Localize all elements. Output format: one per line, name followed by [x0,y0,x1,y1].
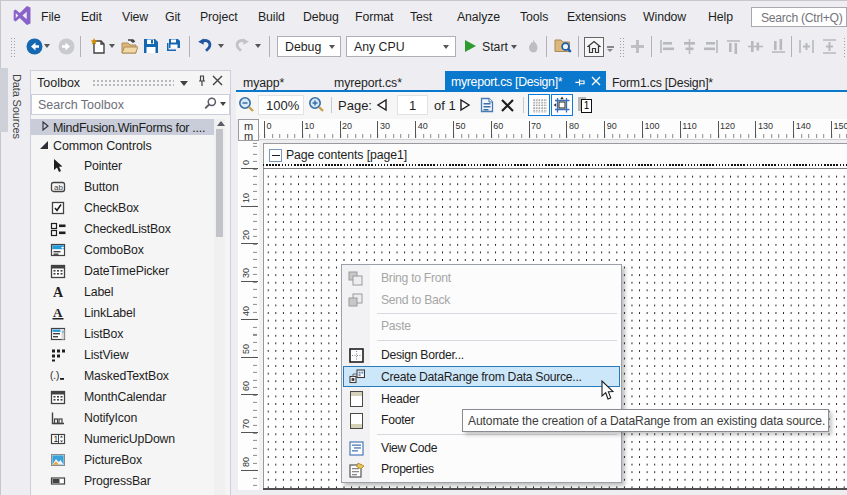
svg-text:(.): (.) [50,370,59,381]
svg-text:ab: ab [54,183,63,192]
svg-text:A: A [53,305,63,320]
svg-text:A: A [53,285,64,300]
svg-text:1: 1 [54,434,59,444]
